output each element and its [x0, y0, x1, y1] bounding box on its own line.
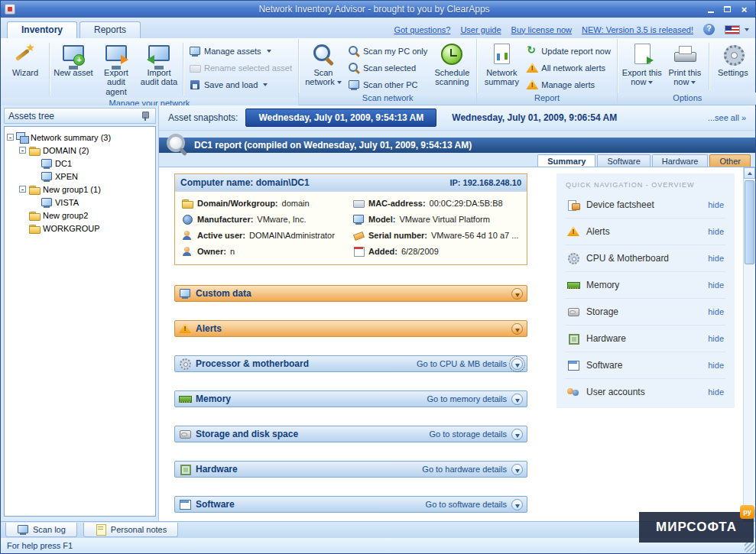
scan-log-label: Scan log: [33, 525, 66, 534]
quick-nav-item[interactable]: CPU & Motherboardhide: [566, 245, 725, 271]
tree-item[interactable]: -New group1 (1): [5, 183, 155, 196]
scan-selected-button[interactable]: Scan selected: [348, 62, 427, 74]
tab-inventory[interactable]: Inventory: [7, 21, 77, 38]
tree-expander[interactable]: -: [19, 186, 26, 193]
hide-link[interactable]: hide: [708, 334, 724, 343]
report-tabs: SummarySoftwareHardwareOther: [159, 153, 755, 167]
section-collapse-button[interactable]: [511, 323, 523, 335]
schedule-scanning-button[interactable]: Schedule scanning: [430, 40, 473, 89]
title-bar[interactable]: Network Inventory Advisor - brought to y…: [1, 1, 755, 18]
personal-notes-tab[interactable]: Personal notes: [83, 523, 178, 537]
quick-nav-item[interactable]: Device factsheethide: [566, 192, 725, 218]
new-version-link[interactable]: NEW: Version 3.5 is released!: [582, 25, 693, 34]
scan-other-pc-label: Scan other PC: [363, 80, 418, 89]
hide-link[interactable]: hide: [708, 200, 724, 209]
save-and-load-button[interactable]: Save and load: [189, 79, 292, 91]
section-collapse-button[interactable]: [511, 288, 523, 300]
tree-item-label: New group1 (1): [43, 185, 101, 194]
update-report-button[interactable]: Update report now: [526, 45, 611, 57]
minimize-button[interactable]: [703, 4, 718, 15]
tree-item[interactable]: -Network summary (3): [5, 131, 155, 144]
export-this-now-button[interactable]: Export this now: [621, 40, 664, 89]
section-go-link[interactable]: Go to hardware details: [422, 465, 507, 474]
tree-item[interactable]: WORKGROUP: [5, 222, 155, 235]
tree-item[interactable]: XPEN: [5, 170, 155, 183]
close-button[interactable]: ×: [737, 4, 751, 15]
scroll-thumb[interactable]: [745, 180, 754, 264]
scan-my-pc-button[interactable]: Scan my PC only: [348, 45, 427, 57]
section-bar-memory[interactable]: MemoryGo to memory details: [174, 390, 527, 407]
tree-expander[interactable]: -: [19, 147, 26, 154]
section-bar-hardware[interactable]: HardwareGo to hardware details: [174, 461, 527, 478]
scan-log-tab[interactable]: Scan log: [5, 523, 77, 537]
owner-icon: [181, 245, 193, 258]
wizard-button[interactable]: Wizard: [4, 40, 47, 79]
section-collapse-button[interactable]: [511, 499, 523, 510]
quick-nav-item[interactable]: Hardwarehide: [566, 325, 725, 352]
hide-link[interactable]: hide: [708, 387, 724, 397]
export-audit-agent-button[interactable]: Export audit agent: [95, 40, 138, 98]
quick-nav-item[interactable]: Alertshide: [566, 218, 725, 245]
new-asset-button[interactable]: New asset: [52, 40, 95, 79]
settings-button[interactable]: Settings: [712, 40, 754, 79]
tree-item[interactable]: New group2: [5, 209, 155, 222]
quick-nav-item[interactable]: Memoryhide: [566, 271, 725, 298]
got-questions-link[interactable]: Got questions?: [394, 25, 450, 34]
section-bar-processor-motherboard[interactable]: Processor & motherboardGo to CPU & MB de…: [174, 355, 527, 372]
section-bar-custom-data[interactable]: Custom data: [174, 285, 527, 302]
section-collapse-button[interactable]: [511, 394, 523, 405]
section-bar-storage-and-disk-space[interactable]: Storage and disk spaceGo to storage deta…: [174, 426, 527, 442]
help-icon[interactable]: [703, 24, 715, 35]
scroll-track[interactable]: [744, 179, 755, 510]
tab-reports[interactable]: Reports: [79, 21, 141, 38]
scan-other-pc-button[interactable]: Scan other PC: [348, 79, 427, 91]
hide-link[interactable]: hide: [708, 307, 724, 316]
section-go-link[interactable]: Go to CPU & MB details: [417, 359, 507, 368]
hide-link[interactable]: hide: [708, 280, 724, 290]
user-guide-link[interactable]: User guide: [460, 25, 501, 34]
manage-alerts-button[interactable]: Manage alerts: [526, 79, 611, 91]
scan-network-button[interactable]: Scan network: [302, 40, 345, 89]
tree-item[interactable]: DC1: [5, 157, 155, 170]
snapshot-other-button[interactable]: Wednesday, July 01, 2009, 9:06:54 AM: [444, 112, 625, 123]
import-audit-data-button[interactable]: Import audit data: [138, 40, 180, 89]
print-this-now-button[interactable]: Print this now: [664, 40, 706, 89]
language-selector[interactable]: [725, 25, 749, 34]
report-tab-other[interactable]: Other: [709, 154, 751, 167]
section-collapse-button[interactable]: [511, 358, 523, 370]
report-tab-summary[interactable]: Summary: [537, 154, 595, 167]
section-go-link[interactable]: Go to software details: [426, 500, 507, 509]
network-summary-button[interactable]: Network summary: [480, 40, 523, 89]
maximize-button[interactable]: [720, 4, 735, 15]
tree-expander[interactable]: -: [7, 134, 14, 141]
all-network-alerts-button[interactable]: All network alerts: [526, 62, 611, 74]
section-bar-alerts[interactable]: Alerts: [174, 320, 527, 337]
manage-assets-button[interactable]: Manage assets: [189, 45, 292, 57]
vertical-scrollbar[interactable]: [743, 167, 755, 521]
resize-grip[interactable]: [745, 543, 754, 552]
see-all-link[interactable]: ...see all »: [708, 113, 746, 122]
scroll-up-button[interactable]: [744, 167, 755, 179]
quick-nav-item[interactable]: User accountshide: [566, 378, 725, 405]
section-go-link[interactable]: Go to memory details: [427, 394, 507, 403]
quick-nav-item[interactable]: Softwarehide: [566, 352, 725, 378]
pin-icon[interactable]: [139, 110, 151, 122]
app-window: Network Inventory Advisor - brought to y…: [0, 0, 756, 554]
buy-license-link[interactable]: Buy license now: [511, 25, 573, 34]
scan-my-pc-icon: [348, 45, 360, 57]
hide-link[interactable]: hide: [708, 361, 724, 370]
snapshot-selected-button[interactable]: Wednesday, July 01, 2009, 9:54:13 AM: [245, 109, 436, 127]
section-go-link[interactable]: Go to storage details: [429, 429, 507, 439]
report-tab-software[interactable]: Software: [597, 154, 650, 167]
quick-nav-item[interactable]: Storagehide: [566, 298, 725, 325]
hide-link[interactable]: hide: [708, 227, 724, 236]
section-collapse-button[interactable]: [511, 464, 523, 475]
wizard-icon: [13, 42, 37, 66]
computer-field: MAC-address:00:0C:29:DA:5B:B8: [352, 197, 521, 209]
tree-item[interactable]: -DOMAIN (2): [5, 144, 155, 157]
report-tab-hardware[interactable]: Hardware: [652, 154, 709, 167]
section-bar-software[interactable]: SoftwareGo to software details: [174, 496, 527, 513]
section-collapse-button[interactable]: [511, 429, 523, 440]
hide-link[interactable]: hide: [708, 254, 724, 263]
tree-item[interactable]: VISTA: [5, 196, 155, 209]
